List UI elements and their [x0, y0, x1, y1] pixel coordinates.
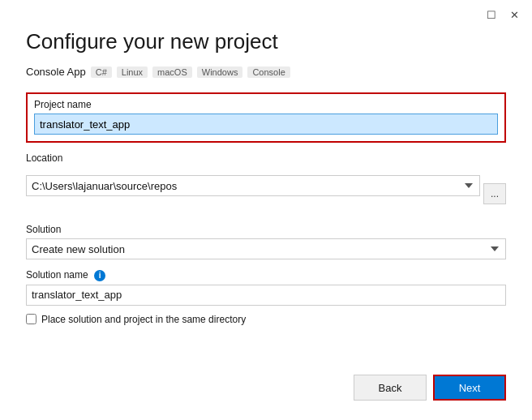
solution-label: Solution [26, 224, 506, 235]
project-name-label: Project name [34, 99, 498, 110]
next-button[interactable]: Next [433, 375, 506, 401]
tag-console: Console [247, 66, 290, 78]
info-icon[interactable]: i [94, 270, 105, 281]
solution-wrapper: Solution Create new solution [26, 224, 506, 259]
same-directory-label: Place solution and project in the same d… [41, 314, 246, 325]
location-label: Location [26, 152, 506, 164]
location-row: C:\Users\lajanuar\source\repos ... [26, 167, 506, 204]
close-button[interactable]: ✕ [506, 6, 522, 23]
page-title: Configure your new project [26, 29, 506, 54]
back-button[interactable]: Back [354, 375, 427, 401]
solution-select[interactable]: Create new solution [26, 238, 506, 259]
tag-macos: macOS [152, 66, 192, 78]
project-name-group: Project name [26, 92, 506, 143]
title-bar: ☐ ✕ [483, 6, 522, 23]
tag-linux: Linux [117, 66, 148, 78]
minimize-button[interactable]: ☐ [483, 6, 500, 23]
button-row: Back Next [26, 375, 506, 401]
solution-name-label: Solution name i [26, 269, 506, 281]
configure-project-dialog: ☐ ✕ Configure your new project Console A… [0, 0, 532, 420]
location-group: C:\Users\lajanuar\source\repos [26, 175, 480, 196]
solution-name-wrapper: Solution name i [26, 269, 506, 306]
same-directory-row: Place solution and project in the same d… [26, 314, 506, 325]
solution-name-input[interactable] [26, 285, 506, 306]
location-wrapper: Location C:\Users\lajanuar\source\repos … [26, 152, 506, 214]
same-directory-checkbox[interactable] [26, 314, 36, 324]
tag-windows: Windows [197, 66, 243, 78]
tag-csharp: C# [91, 66, 112, 78]
app-type-label: Console App [26, 66, 86, 78]
subtitle-row: Console App C# Linux macOS Windows Conso… [26, 66, 506, 78]
browse-button[interactable]: ... [483, 183, 506, 204]
location-select[interactable]: C:\Users\lajanuar\source\repos [26, 175, 480, 196]
project-name-input[interactable] [34, 114, 498, 135]
